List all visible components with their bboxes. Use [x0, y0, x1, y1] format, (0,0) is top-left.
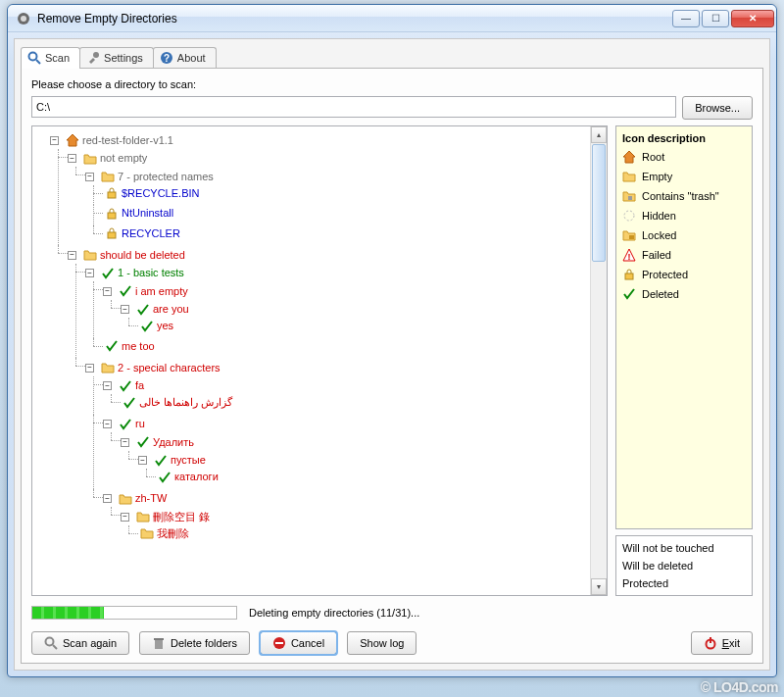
watermark: © LO4D.com: [701, 679, 778, 695]
titlebar[interactable]: Remove Empty Directories — ☐ ✕: [8, 5, 776, 32]
tree-item: yes: [157, 318, 173, 334]
tab-settings[interactable]: Settings: [79, 47, 154, 69]
directory-input[interactable]: [31, 96, 676, 118]
delete-folders-button[interactable]: Delete folders: [139, 631, 250, 655]
tree-item: $RECYCLE.BIN: [122, 185, 199, 202]
tab-about-label: About: [177, 52, 206, 64]
window-buttons: — ☐ ✕: [672, 10, 774, 27]
check-icon: [154, 454, 168, 468]
trash-folder-icon: [622, 189, 636, 203]
svg-rect-14: [629, 235, 634, 239]
svg-point-1: [21, 16, 26, 22]
svg-text:?: ?: [164, 53, 170, 64]
tab-body: Please choose a directory to scan: Brows…: [21, 68, 763, 664]
minimize-button[interactable]: —: [672, 10, 700, 27]
folder-icon: [101, 170, 115, 183]
help-icon: ?: [160, 51, 173, 65]
svg-rect-8: [108, 192, 116, 198]
content-row: − red-test-folder-v1.1 − not empty: [31, 125, 753, 596]
folder-icon: [136, 510, 150, 523]
wrench-icon: [86, 51, 100, 65]
progress-bar: [31, 606, 237, 620]
directory-tree[interactable]: − red-test-folder-v1.1 − not empty: [32, 126, 590, 595]
legend-panel: Icon description Root Empty Contains "tr…: [615, 125, 753, 596]
tree-item: Удалить: [153, 434, 194, 451]
tree-item: 刪除空目 錄: [153, 509, 210, 525]
check-icon: [140, 320, 154, 333]
button-row: Scan again Delete folders Cancel Show lo…: [31, 631, 753, 655]
tree-scrollbar[interactable]: ▴ ▾: [590, 126, 607, 595]
svg-rect-21: [154, 638, 164, 640]
home-icon: [66, 133, 79, 147]
tree-item: каталоги: [174, 469, 219, 485]
warning-icon: !: [622, 248, 636, 262]
svg-point-13: [624, 211, 634, 221]
svg-rect-20: [155, 640, 163, 649]
window-title: Remove Empty Directories: [37, 12, 672, 25]
tree-item: RECYCLER: [122, 225, 180, 242]
lock-icon: [105, 207, 119, 221]
legend-header: Icon description: [622, 132, 746, 144]
home-icon: [622, 150, 636, 164]
cancel-icon: [272, 636, 286, 650]
check-icon: [158, 471, 172, 484]
cancel-button[interactable]: Cancel: [260, 631, 337, 655]
search-icon: [27, 51, 41, 65]
check-icon: [136, 303, 150, 317]
trash-icon: [152, 636, 166, 650]
check-icon: [122, 396, 136, 410]
folder-icon: [101, 361, 115, 374]
svg-text:!: !: [628, 252, 631, 262]
tab-scan-label: Scan: [45, 52, 70, 64]
show-log-button[interactable]: Show log: [347, 631, 416, 655]
tree-item: 我刪除: [157, 525, 189, 542]
maximize-button[interactable]: ☐: [702, 10, 729, 27]
svg-line-3: [36, 60, 40, 64]
app-icon: [16, 11, 31, 26]
expander-icon[interactable]: −: [50, 136, 59, 145]
folder-icon: [83, 152, 97, 166]
check-icon: [119, 379, 132, 393]
tree-item: ru: [135, 416, 145, 432]
exit-button[interactable]: Exit: [691, 631, 753, 655]
svg-marker-7: [67, 134, 78, 146]
tree-item: should be deleted: [100, 247, 185, 264]
tree-item: are you: [153, 301, 189, 318]
tree-container: − red-test-folder-v1.1 − not empty: [31, 125, 608, 596]
tab-scan[interactable]: Scan: [21, 47, 80, 69]
tab-about[interactable]: ? About: [153, 47, 217, 69]
browse-button[interactable]: Browse...: [682, 96, 753, 120]
progress-label: Deleting empty directories (11/31)...: [249, 607, 419, 619]
svg-rect-23: [275, 642, 283, 644]
client-area: Scan Settings ? About Please choose a di…: [14, 38, 770, 671]
app-window: Remove Empty Directories — ☐ ✕ Scan Sett…: [7, 4, 777, 677]
scroll-up-button[interactable]: ▴: [591, 126, 607, 143]
tree-item: 2 - special characters: [118, 360, 220, 376]
hidden-icon: [622, 209, 636, 223]
prompt-label: Please choose a directory to scan:: [31, 78, 753, 90]
svg-marker-11: [623, 151, 635, 163]
tree-item: zh-TW: [135, 490, 167, 507]
locked-folder-icon: [622, 228, 636, 242]
folder-icon: [140, 526, 154, 540]
svg-point-4: [93, 52, 99, 58]
tree-item: گزارش راهنماها خالی: [139, 394, 232, 411]
tree-item: 1 - basic tests: [118, 265, 184, 281]
scroll-thumb[interactable]: [592, 144, 606, 262]
tree-item: i am empty: [135, 283, 188, 300]
tab-settings-label: Settings: [104, 52, 143, 64]
tree-item: пустые: [171, 452, 206, 469]
svg-line-19: [53, 645, 57, 649]
color-legend: Will not be touched Will be deleted Prot…: [615, 535, 753, 596]
scroll-track[interactable]: [591, 263, 607, 578]
search-icon: [44, 636, 58, 650]
tree-item: red-test-folder-v1.1: [82, 132, 173, 149]
exit-label-rest: xit: [729, 637, 740, 649]
folder-icon: [83, 248, 97, 262]
scan-again-button[interactable]: Scan again: [31, 631, 129, 655]
svg-rect-9: [108, 213, 116, 219]
close-button[interactable]: ✕: [731, 10, 774, 27]
scroll-down-button[interactable]: ▾: [591, 578, 607, 595]
svg-point-18: [46, 638, 54, 646]
svg-rect-12: [628, 196, 632, 200]
